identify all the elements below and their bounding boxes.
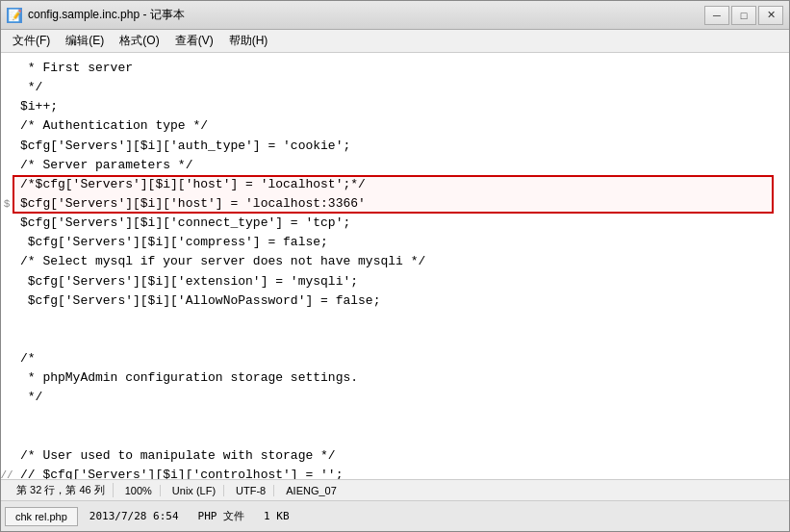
indicator-char — [1, 408, 13, 427]
indicator-char — [1, 97, 13, 116]
taskbar-file[interactable]: chk rel.php — [5, 507, 78, 526]
indicator-char — [1, 116, 13, 136]
indicator-char — [1, 214, 13, 233]
indicator-char — [1, 252, 13, 271]
maximize-button[interactable]: □ — [731, 6, 756, 25]
menu-format[interactable]: 格式(O) — [112, 31, 166, 51]
status-encoding: UTF-8 — [228, 485, 274, 496]
indicator-char — [1, 291, 13, 311]
indicator-char: $ — [1, 194, 13, 214]
indicator-char — [1, 78, 13, 97]
indicator-char — [1, 427, 13, 446]
editor-container: $ ////// * First server */ $i++; /* Auth… — [1, 53, 789, 479]
status-line-col: 第 32 行，第 46 列 — [9, 483, 114, 497]
taskbar-size: 1 KB — [264, 510, 290, 522]
status-lang: AIENG_07 — [278, 485, 344, 496]
status-line-ending: Unix (LF) — [165, 485, 224, 496]
menu-file[interactable]: 文件(F) — [5, 31, 58, 51]
code-editor[interactable]: * First server */ $i++; /* Authenticatio… — [13, 53, 789, 479]
main-window: config.sample.inc.php - 记事本 ─ □ ✕ 文件(F) … — [0, 0, 790, 532]
indicator-char — [1, 137, 13, 156]
indicator-char — [1, 311, 13, 330]
taskbar: chk rel.php 2013/7/28 6:54 PHP 文件 1 KB — [1, 500, 789, 531]
status-zoom: 100% — [117, 485, 161, 496]
code-wrapper: $ ////// * First server */ $i++; /* Auth… — [1, 53, 789, 479]
window-controls: ─ □ ✕ — [704, 6, 783, 25]
indicator-char — [1, 272, 13, 291]
window-title: config.sample.inc.php - 记事本 — [28, 7, 704, 23]
indicator-char — [1, 368, 13, 388]
menu-bar: 文件(F) 编辑(E) 格式(O) 查看(V) 帮助(H) — [1, 30, 789, 53]
menu-help[interactable]: 帮助(H) — [221, 31, 276, 51]
title-bar: config.sample.inc.php - 记事本 ─ □ ✕ — [1, 1, 789, 30]
indicator-char — [1, 175, 13, 194]
indicator-char — [1, 156, 13, 175]
status-bar: 第 32 行，第 46 列 100% Unix (LF) UTF-8 AIENG… — [1, 479, 789, 500]
minimize-button[interactable]: ─ — [704, 6, 729, 25]
indicator-char — [1, 330, 13, 349]
menu-view[interactable]: 查看(V) — [167, 31, 221, 51]
indicator-char — [1, 446, 13, 466]
app-icon — [7, 8, 22, 23]
indicator-char — [1, 349, 13, 368]
indicator-char — [1, 59, 13, 78]
menu-edit[interactable]: 编辑(E) — [58, 31, 112, 51]
indicator-char — [1, 233, 13, 252]
indicator-char: // — [1, 466, 13, 479]
indicator-char — [1, 388, 13, 407]
close-button[interactable]: ✕ — [758, 6, 783, 25]
taskbar-date: 2013/7/28 6:54 — [89, 510, 179, 522]
left-indicators: $ ////// — [1, 53, 13, 479]
taskbar-type: PHP 文件 — [198, 509, 245, 523]
